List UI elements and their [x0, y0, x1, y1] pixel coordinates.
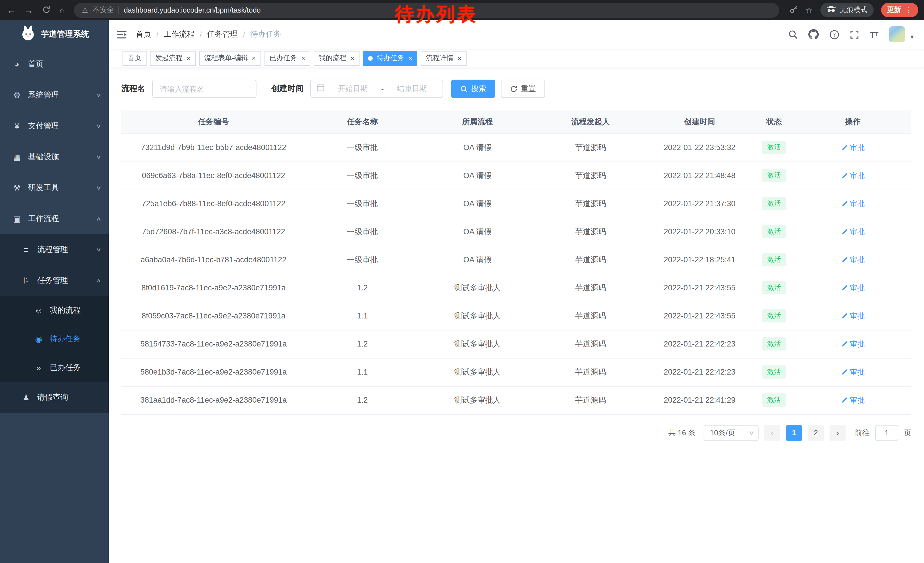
sidebar-item[interactable]: ▣ 工作流程 ∧ — [0, 203, 109, 234]
password-key-icon[interactable] — [789, 5, 798, 15]
user-avatar[interactable] — [890, 26, 905, 42]
close-tab-icon[interactable] — [408, 55, 412, 62]
end-date-placeholder[interactable]: 结束日期 — [387, 84, 437, 94]
sidebar: 芋道管理系统 ◕ 首页 ⚙ 系统管理 ∨ ¥ 支付管理 — [0, 20, 109, 563]
next-page-button[interactable]: › — [830, 425, 846, 441]
tab[interactable]: 发起流程 — [150, 51, 196, 66]
main-area: 首页 工作流程 任务管理 待办任务 ? — [109, 20, 924, 563]
browser-forward-icon[interactable]: → — [25, 6, 33, 14]
user-menu-caret-icon[interactable]: ▾ — [910, 33, 914, 42]
close-tab-icon[interactable] — [350, 55, 354, 62]
help-icon[interactable]: ? — [830, 30, 839, 39]
security-label: 不安全 — [93, 5, 114, 15]
process-cell: OA 请假 — [419, 162, 536, 189]
search-button[interactable]: 搜索 — [451, 80, 495, 98]
task-name-cell: 一级审批 — [306, 218, 419, 246]
table-row: 75d72608-7b7f-11ec-a3c8-acde48001122 一级审… — [122, 218, 911, 246]
close-tab-icon[interactable] — [252, 55, 256, 62]
sidebar-item[interactable]: ≡ 流程管理 ∨ — [0, 234, 109, 265]
process-name-label: 流程名 — [122, 84, 146, 94]
breadcrumb-item[interactable]: 工作流程 — [164, 29, 207, 39]
prev-page-button[interactable]: ‹ — [764, 425, 780, 441]
sidebar-item[interactable]: ⚙ 系统管理 ∨ — [0, 80, 109, 111]
approve-link[interactable]: 审批 — [841, 311, 865, 321]
reset-refresh-icon — [510, 85, 518, 93]
chevron-icon: ∨ — [96, 123, 102, 129]
goto-page-input[interactable] — [875, 425, 898, 441]
app-logo[interactable]: 芋道管理系统 — [0, 20, 109, 49]
browser-home-icon[interactable]: ⌂ — [60, 6, 65, 14]
sidebar-item[interactable]: ☺ 我的流程 — [0, 296, 109, 325]
bookmark-star-icon[interactable]: ☆ — [805, 6, 813, 14]
chevron-icon: ∧ — [96, 216, 102, 222]
sidebar-item[interactable]: ¥ 支付管理 ∨ — [0, 111, 109, 141]
approve-link[interactable]: 审批 — [841, 283, 865, 293]
tab[interactable]: 流程表单-编辑 — [199, 51, 261, 66]
edit-pencil-icon — [841, 200, 848, 207]
initiator-cell: 芋道源码 — [536, 274, 645, 302]
search-icon[interactable] — [788, 30, 798, 39]
task-id-cell: 73211d9d-7b9b-11ec-b5b7-acde48001122 — [122, 134, 306, 162]
tab[interactable]: 流程详情 — [421, 51, 466, 66]
sidebar-item[interactable]: ⚒ 研发工具 ∨ — [0, 173, 109, 203]
browser-refresh-icon[interactable] — [42, 6, 50, 15]
created-time-cell: 2022-01-22 18:25:41 — [645, 246, 754, 274]
start-date-placeholder[interactable]: 开始日期 — [328, 84, 378, 94]
task-id-cell: 069c6a63-7b8a-11ec-8ef0-acde48001122 — [122, 162, 306, 189]
sidebar-item[interactable]: » 已办任务 — [0, 353, 109, 382]
browser-actions: ☆ 无痕模式 更新 ⋮ — [789, 3, 918, 17]
sidebar-item[interactable]: ▦ 基础设施 ∨ — [0, 141, 109, 173]
initiator-cell: 芋道源码 — [536, 189, 645, 218]
sidebar-item[interactable]: ◕ 首页 — [0, 49, 109, 80]
breadcrumb-item[interactable]: 首页 — [136, 29, 164, 39]
close-tab-icon[interactable] — [187, 55, 190, 62]
task-id-cell: a6aba0a4-7b6d-11ec-b781-acde48001122 — [122, 246, 306, 274]
approve-link[interactable]: 审批 — [841, 227, 865, 237]
page-size-select[interactable]: 10条/页 ∨ — [704, 425, 759, 441]
browser-back-icon[interactable]: ← — [7, 6, 15, 14]
table-row: 8f0d1619-7ac8-11ec-a9e2-a2380e71991a 1.2… — [122, 274, 911, 302]
url-text: dashboard.yudao.iocoder.cn/bpm/task/todo — [124, 6, 261, 14]
incognito-badge: 无痕模式 — [820, 3, 874, 17]
close-tab-icon[interactable] — [458, 55, 461, 62]
task-id-cell: 75d72608-7b7f-11ec-a3c8-acde48001122 — [122, 218, 306, 246]
approve-link[interactable]: 审批 — [841, 142, 865, 153]
goto-suffix: 页 — [904, 428, 911, 438]
tab[interactable]: 首页 — [123, 51, 147, 66]
tab[interactable]: 待办任务 — [363, 51, 417, 66]
tab-label: 待办任务 — [377, 53, 404, 63]
github-icon[interactable] — [808, 29, 819, 39]
table-row: 580e1b3d-7ac8-11ec-a9e2-a2380e71991a 1.1… — [122, 358, 911, 386]
tab[interactable]: 已办任务 — [264, 51, 310, 66]
sidebar-item-label: 任务管理 — [37, 275, 68, 286]
sidebar-item[interactable]: ♟ 请假查询 — [0, 382, 109, 413]
approve-link[interactable]: 审批 — [841, 395, 865, 405]
page-number-button[interactable]: 2 — [808, 425, 824, 441]
sidebar-item[interactable]: ⚐ 任务管理 ∧ — [0, 265, 109, 296]
date-range-picker[interactable]: 开始日期 - 结束日期 — [310, 80, 443, 98]
chevron-icon: ∨ — [96, 154, 102, 160]
breadcrumb-item[interactable]: 待办任务 — [250, 29, 281, 39]
sidebar-item[interactable]: ◉ 待办任务 — [0, 325, 109, 353]
approve-link[interactable]: 审批 — [841, 339, 865, 349]
table-row: 725a1eb6-7b88-11ec-8ef0-acde48001122 一级审… — [122, 189, 911, 218]
reset-button[interactable]: 重置 — [501, 80, 545, 98]
page-number-button[interactable]: 1 — [786, 425, 802, 441]
browser-menu-icon[interactable]: ⋮ — [905, 6, 912, 14]
process-name-input[interactable] — [152, 80, 256, 98]
initiator-cell: 芋道源码 — [536, 218, 645, 246]
status-cell: 激活 — [754, 189, 794, 218]
table-row: 8f059c03-7ac8-11ec-a9e2-a2380e71991a 1.1… — [122, 302, 911, 330]
breadcrumb-item[interactable]: 任务管理 — [207, 29, 250, 39]
collapse-sidebar-icon[interactable] — [117, 30, 126, 39]
close-tab-icon[interactable] — [301, 55, 305, 62]
fullscreen-icon[interactable] — [850, 30, 859, 39]
sidebar-item-label: 基础设施 — [28, 152, 59, 162]
approve-link[interactable]: 审批 — [841, 367, 865, 377]
approve-link[interactable]: 审批 — [841, 198, 865, 209]
approve-link[interactable]: 审批 — [841, 170, 865, 181]
font-size-icon[interactable]: TT — [870, 30, 879, 39]
tab[interactable]: 我的流程 — [314, 51, 360, 66]
update-button[interactable]: 更新 ⋮ — [881, 3, 918, 17]
approve-link[interactable]: 审批 — [841, 255, 865, 265]
